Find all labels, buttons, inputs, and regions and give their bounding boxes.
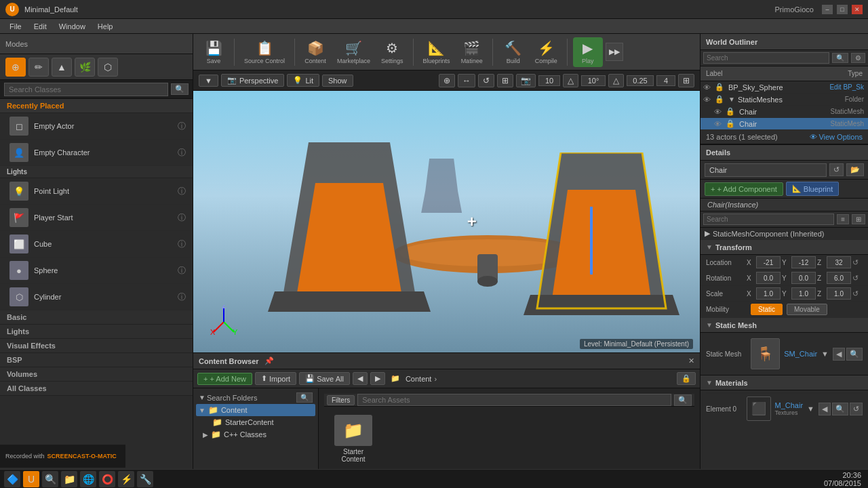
details-browse-button[interactable]: 📂 <box>846 163 864 176</box>
marketplace-button[interactable]: 🛒 Marketplace <box>333 37 374 67</box>
sidebar-item-empty-character[interactable]: 👤 Empty Character ⓘ <box>0 140 193 166</box>
taskbar-epic-icon[interactable]: ⚡ <box>118 471 134 487</box>
taskbar-ue4-icon[interactable]: U <box>23 471 39 487</box>
3d-viewport[interactable]: X Y Z + Level: Minimal_Default (Persiste… <box>193 91 700 352</box>
rotation-reset-button[interactable]: ↺ <box>852 274 859 283</box>
scale-y-input[interactable] <box>791 287 816 300</box>
basic-header[interactable]: Basic <box>0 310 193 325</box>
components-search-input[interactable] <box>703 214 834 225</box>
sidebar-item-point-light[interactable]: 💡 Point Light ⓘ <box>0 178 193 205</box>
taskbar-explorer-icon[interactable]: 📁 <box>61 471 77 487</box>
folder-item-content[interactable]: ▼ 📁 Content <box>196 404 315 416</box>
scale-input[interactable] <box>627 75 654 86</box>
rotate-button[interactable]: ↺ <box>478 74 494 87</box>
folder-collapse-icon[interactable]: ▼ <box>199 394 205 401</box>
content-browser-pin[interactable]: 📌 <box>264 357 274 365</box>
bsp-header[interactable]: BSP <box>0 353 193 367</box>
material-name-label[interactable]: M_Chair <box>775 401 804 409</box>
compile-button[interactable]: ⚡ Compile <box>531 37 561 67</box>
grid-settings-button[interactable]: △ <box>563 74 578 87</box>
lit-button[interactable]: 💡 Lit <box>287 74 319 87</box>
staticmeshes-eye-icon[interactable]: 👁 <box>703 96 711 104</box>
rotation-z-input[interactable] <box>827 272 851 284</box>
mode-foliage-button[interactable]: 🌿 <box>75 58 95 77</box>
scale-button[interactable]: ⊞ <box>497 74 513 87</box>
camera-speed-button[interactable]: 📷 <box>516 74 536 87</box>
outliner-settings-button[interactable]: ⚙ <box>851 53 865 63</box>
taskbar-chrome-icon[interactable]: ⭕ <box>99 471 115 487</box>
scale-reset-button[interactable]: ↺ <box>852 289 859 298</box>
source-control-button[interactable]: 📋 Source Control <box>240 37 289 67</box>
transform-section-header[interactable]: ▼ Transform <box>701 240 868 255</box>
cube-info[interactable]: ⓘ <box>178 239 186 250</box>
mesh-dropdown-icon[interactable]: ▼ <box>821 350 829 358</box>
location-y-input[interactable] <box>791 256 816 268</box>
empty-character-info[interactable]: ⓘ <box>178 147 186 159</box>
material-reset-button[interactable]: ↺ <box>850 403 863 415</box>
view-options-outliner-label[interactable]: View Options <box>818 133 863 141</box>
mode-landscape-button[interactable]: ▲ <box>52 58 72 77</box>
folder-search-button[interactable]: 🔍 <box>296 392 313 403</box>
mesh-name-label[interactable]: SM_Chair <box>784 350 817 358</box>
show-button[interactable]: Show <box>322 75 353 87</box>
taskbar-start-icon[interactable]: 🔷 <box>4 471 20 487</box>
details-reset-button[interactable]: ↺ <box>829 163 844 176</box>
view-options-outliner[interactable]: 👁 View Options <box>810 133 863 141</box>
matinee-button[interactable]: 🎬 Matinee <box>457 37 487 67</box>
outliner-item-chair-2[interactable]: 👁 🔒 Chair StaticMesh <box>701 118 868 130</box>
all-classes-header[interactable]: All Classes <box>0 382 193 396</box>
movable-mobility-button[interactable]: Movable <box>787 304 827 315</box>
add-component-button[interactable]: + + Add Component <box>705 182 783 196</box>
content-browser-close[interactable]: ✕ <box>688 357 694 365</box>
menu-edit[interactable]: Edit <box>28 21 52 32</box>
components-list-button[interactable]: ≡ <box>837 214 849 224</box>
location-reset-button[interactable]: ↺ <box>852 258 859 267</box>
taskbar-task2-icon[interactable]: 🔧 <box>137 471 153 487</box>
transform-world-button[interactable]: ⊕ <box>439 74 455 87</box>
outliner-search-button[interactable]: 🔍 <box>832 53 848 63</box>
material-dropdown-icon[interactable]: ▼ <box>807 405 814 413</box>
mesh-action-left-button[interactable]: ◀ <box>833 348 845 361</box>
empty-actor-info[interactable]: ⓘ <box>178 121 186 132</box>
sidebar-item-player-start[interactable]: 🚩 Player Start ⓘ <box>0 205 193 231</box>
taskbar-ie-icon[interactable]: 🌐 <box>80 471 96 487</box>
angle-size-input[interactable] <box>581 75 606 86</box>
lock-button[interactable]: 🔒 <box>677 372 696 385</box>
location-x-input[interactable] <box>756 256 781 268</box>
chair1-eye-icon[interactable]: 👁 <box>714 108 722 116</box>
bp-sky-lock-icon[interactable]: 🔒 <box>715 83 724 92</box>
rotation-x-input[interactable] <box>756 272 781 284</box>
play-button[interactable]: ▶ Play <box>573 37 603 67</box>
mesh-find-button[interactable]: 🔍 <box>846 348 863 361</box>
materials-section-header[interactable]: ▼ Materials <box>701 375 868 390</box>
sidebar-item-sphere[interactable]: ● Sphere ⓘ <box>0 258 193 284</box>
bp-sky-type[interactable]: Edit BP_Sk <box>829 83 864 91</box>
outliner-item-bp-sky[interactable]: 👁 🔒 BP_Sky_Sphere Edit BP_Sk <box>701 81 868 94</box>
grid-size-input[interactable] <box>538 75 560 86</box>
asset-item-starter-content[interactable]: 📁 Starter Content <box>330 412 377 466</box>
point-light-info[interactable]: ⓘ <box>178 186 186 197</box>
details-name-input[interactable] <box>705 163 827 177</box>
sidebar-item-empty-actor[interactable]: ◻ Empty Actor ⓘ <box>0 113 193 140</box>
asset-search-button[interactable]: 🔍 <box>674 394 692 406</box>
static-mobility-button[interactable]: Static <box>751 304 783 315</box>
folder-item-cpp-classes[interactable]: ▶ 📁 C++ Classes <box>196 428 315 441</box>
chair2-lock-icon[interactable]: 🔒 <box>726 119 735 128</box>
chair2-eye-icon[interactable]: 👁 <box>714 120 722 128</box>
lights-header[interactable]: Lights <box>0 325 193 339</box>
sidebar-item-cylinder[interactable]: ⬡ Cylinder ⓘ <box>0 284 193 310</box>
lights-subcat[interactable]: Lights <box>0 166 193 178</box>
import-button[interactable]: ⬆ Import <box>255 372 296 385</box>
volumes-header[interactable]: Volumes <box>0 367 193 382</box>
taskbar-search-icon[interactable]: 🔍 <box>42 471 58 487</box>
maximize-button[interactable]: □ <box>837 5 848 14</box>
menu-file[interactable]: File <box>4 21 27 32</box>
static-mesh-component-item[interactable]: ▶ StaticMeshComponent (Inherited) <box>701 228 868 240</box>
sphere-info[interactable]: ⓘ <box>178 265 186 277</box>
extra-input[interactable] <box>656 75 675 86</box>
blueprint-button[interactable]: 📐 Blueprint <box>786 182 839 196</box>
save-all-button[interactable]: 💾 Save All <box>299 372 350 385</box>
components-tree-button[interactable]: ⊞ <box>852 214 865 224</box>
asset-search-input[interactable] <box>357 394 671 406</box>
add-new-button[interactable]: + + Add New <box>197 373 252 385</box>
